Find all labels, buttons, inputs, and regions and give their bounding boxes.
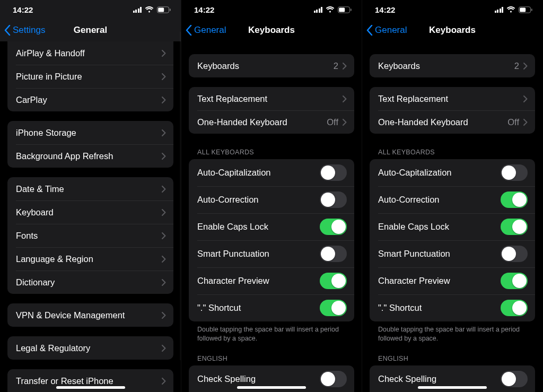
scroll-area[interactable]: Keyboards2Text ReplacementOne-Handed Key… [362, 41, 542, 392]
row-carplay[interactable]: CarPlay [7, 88, 173, 111]
chevron-right-icon [523, 95, 528, 102]
chevron-right-icon [162, 232, 166, 239]
settings-group: iPhone StorageBackground App Refresh [7, 121, 173, 168]
toggle-auto-capitalization[interactable] [320, 164, 347, 181]
home-indicator[interactable] [237, 386, 306, 389]
row-picture-in-picture[interactable]: Picture in Picture [7, 65, 173, 88]
status-icons [495, 6, 533, 13]
screenshot-keyboards-on: 14:22 General Keyboards Keyboards2Text R… [362, 0, 542, 392]
toggle-auto-capitalization[interactable] [501, 164, 528, 181]
svg-rect-1 [158, 7, 164, 12]
row-auto-capitalization: Auto-Capitalization [370, 159, 535, 186]
status-bar: 14:22 [0, 0, 181, 19]
toggle-enable-caps-lock[interactable] [320, 219, 347, 235]
row-shortcut: "." Shortcut [370, 294, 535, 321]
toggle-check-spelling[interactable] [501, 371, 528, 387]
row-label: Keyboard [16, 207, 162, 217]
navbar: General Keyboards [181, 19, 362, 41]
settings-group: Auto-CapitalizationAuto-CorrectionEnable… [189, 159, 354, 321]
row-text-replacement[interactable]: Text Replacement [189, 87, 354, 110]
toggle-auto-correction[interactable] [501, 191, 528, 208]
chevron-right-icon [162, 209, 166, 216]
row-label: Auto-Correction [378, 195, 501, 205]
row-shortcut: "." Shortcut [189, 294, 354, 321]
row-auto-correction: Auto-Correction [189, 186, 354, 213]
toggle-check-spelling[interactable] [320, 371, 347, 387]
row-label: CarPlay [16, 95, 162, 105]
toggle-enable-caps-lock[interactable] [501, 219, 528, 235]
row-label: Picture in Picture [16, 72, 162, 82]
status-icons [314, 6, 353, 13]
screenshot-keyboards-off: 14:22 General Keyboards Keyboards2Text R… [181, 0, 362, 392]
page-title: General [74, 25, 107, 36]
row-smart-punctuation: Smart Punctuation [189, 240, 354, 267]
settings-group: Text ReplacementOne-Handed KeyboardOff [370, 87, 535, 134]
svg-rect-7 [520, 7, 526, 12]
navbar: Settings General [0, 19, 181, 41]
row-detail: Off [327, 117, 338, 127]
home-indicator[interactable] [56, 386, 125, 389]
row-keyboard[interactable]: Keyboard [7, 201, 173, 224]
status-bar: 14:22 [181, 0, 362, 19]
row-one-handed-keyboard[interactable]: One-Handed KeyboardOff [189, 110, 354, 134]
toggle-character-preview[interactable] [320, 273, 347, 289]
settings-group: Text ReplacementOne-Handed KeyboardOff [189, 87, 354, 134]
row-label: One-Handed Keyboard [197, 117, 327, 127]
toggle-character-preview[interactable] [501, 273, 528, 289]
settings-group: Date & TimeKeyboardFontsLanguage & Regio… [7, 177, 173, 294]
cellular-icon [133, 7, 142, 13]
row-detail: 2 [334, 61, 338, 71]
row-label: Dictionary [16, 277, 162, 288]
row-language-region[interactable]: Language & Region [7, 247, 173, 271]
row-label: Language & Region [16, 254, 162, 264]
row-label: Fonts [16, 231, 162, 241]
chevron-right-icon [162, 345, 166, 352]
row-date-time[interactable]: Date & Time [7, 177, 173, 201]
toggle-shortcut[interactable] [320, 300, 347, 316]
cellular-icon [495, 7, 504, 13]
chevron-right-icon [162, 378, 166, 385]
row-label: Character Preview [197, 276, 320, 286]
toggle-shortcut[interactable] [501, 300, 528, 316]
settings-group: Keyboards2 [189, 54, 354, 77]
row-one-handed-keyboard[interactable]: One-Handed KeyboardOff [370, 110, 535, 134]
row-legal-regulatory[interactable]: Legal & Regulatory [7, 336, 173, 360]
row-keyboards[interactable]: Keyboards2 [189, 54, 354, 77]
status-icons [133, 6, 172, 13]
status-time: 14:22 [375, 5, 395, 14]
home-indicator[interactable] [418, 386, 487, 389]
chevron-right-icon [162, 97, 166, 103]
chevron-right-icon [162, 256, 166, 263]
toggle-smart-punctuation[interactable] [320, 246, 347, 262]
screenshot-general: 14:22 Settings General AirPlay & Handoff… [0, 0, 181, 392]
row-vpn-device-management[interactable]: VPN & Device Management [7, 303, 173, 327]
back-button[interactable]: Settings [4, 19, 45, 41]
row-fonts[interactable]: Fonts [7, 224, 173, 247]
scroll-area[interactable]: Keyboards2Text ReplacementOne-Handed Key… [181, 41, 362, 392]
toggle-auto-correction[interactable] [320, 191, 347, 208]
row-label: One-Handed Keyboard [378, 117, 507, 127]
row-text-replacement[interactable]: Text Replacement [370, 87, 535, 110]
back-button[interactable]: General [186, 19, 226, 41]
row-label: "." Shortcut [197, 303, 320, 313]
chevron-right-icon [162, 153, 166, 160]
row-background-app-refresh[interactable]: Background App Refresh [7, 144, 173, 168]
toggle-smart-punctuation[interactable] [501, 246, 528, 262]
settings-group: Legal & Regulatory [7, 336, 173, 360]
row-airplay-handoff[interactable]: AirPlay & Handoff [7, 41, 173, 65]
row-label: Transfer or Reset iPhone [16, 376, 162, 386]
row-iphone-storage[interactable]: iPhone Storage [7, 121, 173, 144]
row-label: Auto-Capitalization [197, 168, 320, 178]
svg-rect-8 [531, 8, 532, 11]
navbar: General Keyboards [362, 19, 542, 41]
row-enable-caps-lock: Enable Caps Lock [370, 213, 535, 240]
chevron-right-icon [523, 119, 528, 126]
wifi-icon [326, 6, 335, 13]
scroll-area[interactable]: AirPlay & HandoffPicture in PictureCarPl… [0, 41, 181, 392]
back-button[interactable]: General [366, 19, 407, 41]
row-dictionary[interactable]: Dictionary [7, 271, 173, 294]
row-character-preview: Character Preview [370, 267, 535, 294]
row-label: VPN & Device Management [16, 310, 162, 320]
chevron-right-icon [162, 129, 166, 136]
row-keyboards[interactable]: Keyboards2 [370, 54, 535, 77]
